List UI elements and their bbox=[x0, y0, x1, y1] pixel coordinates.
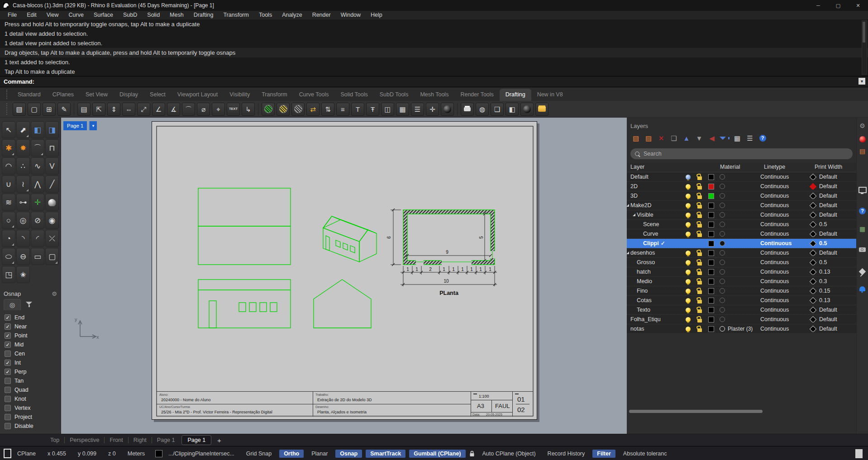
boxedit-panel-tab-icon[interactable]: ▦ bbox=[858, 224, 867, 233]
checkbox[interactable]: ✓ bbox=[5, 332, 11, 339]
viewport-tab-right[interactable]: Right bbox=[129, 435, 152, 445]
layer-print-width[interactable]: 0.13 bbox=[819, 297, 830, 304]
layer-visibility-bulb-icon[interactable] bbox=[686, 251, 691, 256]
arc-continue-icon[interactable]: ◜ bbox=[31, 230, 44, 247]
move-layer-out-icon[interactable]: ◀ bbox=[706, 133, 718, 143]
layer-visibility-bulb-icon[interactable] bbox=[686, 270, 691, 275]
layer-visibility-bulb-icon[interactable] bbox=[686, 260, 691, 265]
rectangle-3pt-icon[interactable]: ◳ bbox=[2, 266, 15, 283]
menu-edit[interactable]: Edit bbox=[22, 11, 42, 19]
toolbar-tab-viewport-layout[interactable]: Viewport Layout bbox=[172, 89, 224, 101]
layer-color-swatch[interactable] bbox=[708, 203, 714, 209]
scrollbar-thumb[interactable] bbox=[629, 410, 763, 413]
layer-linetype[interactable]: Continuous bbox=[760, 297, 807, 304]
layer-row-3d[interactable]: 3DContinuousDefault bbox=[627, 191, 856, 201]
display-panel-tab-icon[interactable] bbox=[858, 185, 867, 194]
layer-material-icon[interactable] bbox=[720, 203, 725, 208]
layer-lock-icon[interactable] bbox=[697, 290, 702, 294]
detail-view-icon[interactable]: ◧ bbox=[31, 121, 44, 138]
viewport-tab-page-1-active[interactable]: Page 1 bbox=[181, 435, 211, 445]
checkbox[interactable]: ✓ bbox=[5, 369, 11, 375]
command-expand-icon[interactable]: ▾ bbox=[858, 78, 865, 85]
layer-lock-icon[interactable] bbox=[697, 309, 702, 313]
status-meters[interactable]: Meters bbox=[122, 451, 151, 457]
pane-toggle-icon[interactable] bbox=[4, 449, 11, 458]
layout-page-icon[interactable]: ▢ bbox=[28, 103, 41, 116]
layer-color-swatch[interactable] bbox=[708, 288, 714, 294]
layer-lock-icon[interactable] bbox=[697, 176, 702, 180]
toolbar-tab-set-view[interactable]: Set View bbox=[80, 89, 114, 101]
osnap-end[interactable]: ✓End bbox=[0, 313, 61, 322]
checkbox[interactable]: ✓ bbox=[5, 323, 11, 330]
layer-row-medio[interactable]: MedioContinuous0.3 bbox=[627, 277, 856, 286]
print-color-diamond-icon[interactable] bbox=[810, 278, 817, 285]
layer-visibility-bulb-icon[interactable] bbox=[686, 232, 691, 237]
parabola-icon[interactable]: ∪ bbox=[2, 175, 15, 193]
print-color-diamond-icon[interactable] bbox=[810, 183, 817, 190]
column-layer[interactable]: Layer bbox=[630, 164, 644, 170]
centermark-icon[interactable]: ✛ bbox=[426, 103, 439, 116]
layer-material-icon[interactable] bbox=[720, 260, 725, 265]
status-absolute-toleranc[interactable]: Absolute toleranc bbox=[617, 451, 673, 457]
new-layer-icon[interactable]: ▧ bbox=[630, 133, 642, 143]
column-linetype[interactable]: Linetype bbox=[764, 164, 785, 170]
layer-row-folha-etiqu[interactable]: Folha_EtiquContinuousDefault bbox=[627, 315, 856, 324]
print-color-diamond-icon[interactable] bbox=[810, 231, 817, 237]
roof-plan-view[interactable] bbox=[198, 188, 291, 265]
toolbar-tab-render-tools[interactable]: Render Tools bbox=[454, 89, 499, 101]
layer-linetype[interactable]: Continuous bbox=[760, 231, 807, 237]
layers-hscrollbar[interactable] bbox=[627, 410, 856, 415]
layer-row-notas[interactable]: notasPlaster (3)ContinuousDefault bbox=[627, 324, 856, 334]
layer-name[interactable]: Scene bbox=[643, 221, 659, 228]
layer-list-icon[interactable]: ☰ bbox=[744, 133, 756, 143]
layer-lock-icon[interactable] bbox=[697, 214, 702, 218]
layer-table-header[interactable]: Layer Material Linetype Print Width bbox=[627, 163, 856, 172]
lock-icon[interactable] bbox=[469, 451, 475, 457]
detail-grid-icon[interactable]: ▦ bbox=[396, 103, 409, 116]
menu-solid[interactable]: Solid bbox=[142, 11, 165, 19]
layer-color-swatch[interactable] bbox=[708, 317, 714, 322]
front-elevation-view[interactable] bbox=[314, 280, 371, 328]
layer-material-icon[interactable] bbox=[720, 241, 725, 246]
active-layer-swatch-icon[interactable] bbox=[155, 450, 162, 457]
layer-name[interactable]: notas bbox=[630, 326, 644, 332]
layer-material-icon[interactable] bbox=[720, 307, 725, 313]
expand-triangle-icon[interactable] bbox=[627, 251, 629, 254]
close-button[interactable]: ✕ bbox=[848, 0, 868, 11]
hatch-gradient-icon[interactable] bbox=[291, 103, 305, 116]
layer-print-width[interactable]: 0.3 bbox=[819, 278, 827, 285]
orb-icon[interactable]: ⬤ bbox=[45, 194, 59, 211]
curve-edit-icon[interactable]: ⌒ bbox=[31, 139, 44, 156]
fillet-curves-icon[interactable]: ≋ bbox=[2, 194, 15, 211]
layer-name[interactable]: Make2D bbox=[630, 202, 652, 209]
layer-name[interactable]: 3D bbox=[630, 193, 638, 199]
layer-linetype[interactable]: Continuous bbox=[760, 278, 807, 285]
layer-name[interactable]: Clippi bbox=[643, 240, 659, 247]
checkbox[interactable]: ✓ bbox=[5, 360, 11, 366]
layer-row-clippi[interactable]: Clippi✓Continuous0.5 bbox=[627, 239, 856, 248]
layout-details-icon[interactable]: ◧ bbox=[506, 103, 519, 116]
layer-print-width[interactable]: 0.5 bbox=[819, 259, 827, 266]
print-color-diamond-icon[interactable] bbox=[810, 202, 817, 209]
layer-name[interactable]: desenhos bbox=[630, 250, 655, 256]
menu-surface[interactable]: Surface bbox=[89, 11, 118, 19]
menu-file[interactable]: File bbox=[3, 11, 22, 19]
checkbox[interactable] bbox=[5, 378, 11, 384]
toolbar-tab-drafting[interactable]: Drafting bbox=[500, 89, 531, 101]
layer-row-texto[interactable]: TextoContinuousDefault bbox=[627, 305, 856, 315]
layer-row-scene[interactable]: SceneContinuous0.5 bbox=[627, 220, 856, 229]
viewport-tab-perspective[interactable]: Perspective bbox=[65, 435, 104, 445]
dim-horizontal-icon[interactable]: ⇔ bbox=[122, 103, 135, 116]
layer-material-icon[interactable] bbox=[720, 317, 725, 322]
status-planar[interactable]: Planar bbox=[305, 451, 334, 457]
layer-print-width[interactable]: 0.15 bbox=[819, 288, 830, 294]
layer-print-width[interactable]: Default bbox=[819, 326, 837, 332]
layer-name[interactable]: Medio bbox=[637, 278, 652, 285]
menu-mesh[interactable]: Mesh bbox=[165, 11, 189, 19]
hatch-base-point-icon[interactable] bbox=[277, 103, 290, 116]
layer-row-make2d[interactable]: Make2DContinuousDefault bbox=[627, 201, 856, 210]
osnap-gear-icon[interactable]: ⚙ bbox=[52, 290, 57, 297]
notes-icon[interactable]: ▤ bbox=[77, 103, 91, 116]
status-filter[interactable]: Filter bbox=[592, 450, 615, 458]
polygon-star-icon[interactable]: ✬ bbox=[16, 266, 30, 283]
